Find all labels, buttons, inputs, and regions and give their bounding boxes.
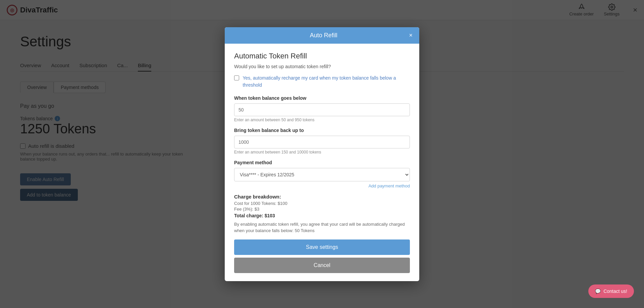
- modal-close-button[interactable]: ×: [409, 32, 413, 38]
- refill-hint: Enter an amount between 150 and 10000 to…: [234, 150, 410, 155]
- contact-us-label: Contact us!: [603, 289, 627, 294]
- charge-breakdown: Charge breakdown: Cost for 1000 Tokens: …: [234, 194, 410, 234]
- payment-method-group: Payment method Visa**** - Expires 12/202…: [234, 160, 410, 188]
- modal-overlay: Auto Refill × Automatic Token Refill Wou…: [0, 0, 644, 308]
- payment-method-label: Payment method: [234, 160, 410, 165]
- contact-us-button[interactable]: 💬 Contact us!: [588, 284, 634, 298]
- charge-line1: Cost for 1000 Tokens: $100: [234, 201, 410, 206]
- auto-refill-modal: Auto Refill × Automatic Token Refill Wou…: [225, 27, 419, 281]
- refill-group: Bring token balance back up to Enter an …: [234, 128, 410, 155]
- charge-notice: By enabling automatic token refill, you …: [234, 221, 410, 234]
- threshold-input[interactable]: [234, 103, 410, 116]
- chat-icon: 💬: [595, 289, 601, 294]
- threshold-group: When token balance goes below Enter an a…: [234, 95, 410, 122]
- refill-label: Bring token balance back up to: [234, 128, 410, 133]
- threshold-hint: Enter an amount between 50 and 950 token…: [234, 118, 410, 122]
- modal-title: Auto Refill: [238, 32, 409, 39]
- add-payment-method-link[interactable]: Add payment method: [234, 183, 410, 188]
- modal-description: Would you like to set up automatic token…: [234, 64, 410, 69]
- modal-body: Automatic Token Refill Would you like to…: [225, 44, 419, 281]
- modal-section-title: Automatic Token Refill: [234, 52, 410, 60]
- threshold-label: When token balance goes below: [234, 95, 410, 101]
- auto-recharge-row: Yes, automatically recharge my card when…: [234, 75, 410, 89]
- auto-recharge-label: Yes, automatically recharge my card when…: [243, 75, 410, 89]
- cancel-button[interactable]: Cancel: [234, 258, 410, 273]
- save-settings-button[interactable]: Save settings: [234, 239, 410, 255]
- auto-recharge-checkbox[interactable]: [234, 75, 239, 81]
- payment-method-select[interactable]: Visa**** - Expires 12/2025: [234, 168, 410, 181]
- modal-header: Auto Refill ×: [225, 27, 419, 44]
- charge-line2: Fee (3%): $3: [234, 207, 410, 212]
- charge-breakdown-title: Charge breakdown:: [234, 194, 410, 200]
- refill-input[interactable]: [234, 136, 410, 148]
- charge-total: Total charge: $103: [234, 213, 410, 218]
